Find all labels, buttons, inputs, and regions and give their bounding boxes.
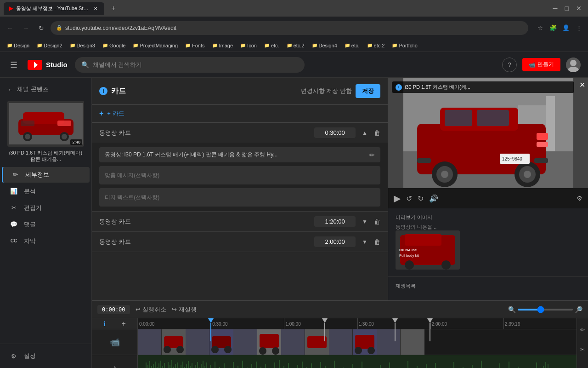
bookmark-design4[interactable]: 📁Design4 [309, 42, 340, 49]
window-maximize[interactable]: □ [562, 5, 571, 12]
bookmark-image[interactable]: 📁Image [209, 42, 237, 49]
close-preview-button[interactable]: ✕ [579, 80, 585, 89]
zoom-out-button[interactable]: 🔍 [508, 306, 516, 313]
card-1-expand-button[interactable]: ▲ [359, 129, 370, 137]
bookmark-etc1[interactable]: 📁etc. [261, 42, 283, 49]
bookmark-design3[interactable]: 📁Design3 [67, 42, 98, 49]
extensions-button[interactable]: 🧩 [548, 23, 559, 34]
svg-rect-11 [57, 121, 71, 126]
card-marker-3[interactable] [392, 318, 398, 341]
card-1-teaser-input[interactable] [99, 188, 380, 207]
bookmark-star-button[interactable]: ☆ [535, 23, 546, 34]
video-thumb-9 [329, 329, 353, 355]
zoom-in-button[interactable]: 🔎 [575, 306, 582, 313]
forward-button[interactable]: → [19, 22, 32, 34]
card-1-time-input[interactable] [314, 127, 356, 138]
volume-button[interactable]: 🔊 [429, 194, 438, 203]
thumbnail-section: 미리보기 이미지 동영상의 내용을... i30 N-Line Full bod… [388, 208, 588, 277]
svg-point-57 [368, 347, 375, 354]
bookmark-etc3[interactable]: 📁etc. [341, 42, 363, 49]
window-minimize[interactable]: ─ [550, 5, 560, 12]
card-2-time-input[interactable] [314, 216, 356, 227]
sidebar-toggle-button[interactable]: ☰ [7, 58, 20, 71]
sidebar-item-analytics[interactable]: 📊 분석 [2, 184, 90, 199]
discard-button[interactable]: 변경사항 저장 안함 [301, 87, 352, 95]
yt-studio-logo[interactable]: Studio [28, 60, 68, 70]
card-2-header[interactable]: 동영상 카드 ▼ 🗑 [92, 212, 388, 231]
card-3-expand-button[interactable]: ▼ [359, 238, 370, 246]
refresh-button[interactable]: ↻ [35, 22, 48, 34]
bookmark-design[interactable]: 📁Design [4, 42, 33, 49]
bookmark-icon[interactable]: 📁Icon [237, 42, 260, 49]
yt-studio-header: ☰ Studio 🔍 채널에서 검색하기 ? 📹 만들기 [0, 52, 588, 78]
right-tool-3[interactable]: ♪ [581, 366, 584, 368]
redo-button[interactable]: ↪ 재실행 [172, 305, 197, 314]
card-1-edit-button[interactable]: ✏ [369, 151, 375, 159]
thumbnail-preview-container: i30 N-Line Full body kit [396, 230, 460, 271]
bookmark-design2[interactable]: 📁Design2 [34, 42, 65, 49]
tab-close-button[interactable]: ✕ [92, 5, 99, 12]
sidebar-item-details[interactable]: ✏ 세부정보 [2, 167, 90, 183]
card-marker-2[interactable] [322, 318, 328, 341]
svg-text:i30 N-Line: i30 N-Line [399, 248, 417, 252]
content-area: 동영상 세부정보 ⋮ 설명 ? 미루고 미뒤... 작업 내역 - N라인 앞두… [92, 78, 588, 368]
add-card-track-button[interactable]: + [121, 320, 125, 328]
add-card-button[interactable]: + + 카드 [92, 105, 388, 123]
track-icons-panel: ℹ + 📹 ♪ [92, 318, 138, 368]
search-bar[interactable]: 🔍 채널에서 검색하기 [75, 57, 305, 73]
card-3-delete-button[interactable]: 🗑 [374, 238, 380, 246]
timeline-tracks-container: ℹ + 📹 ♪ [92, 318, 588, 368]
menu-button[interactable]: ⋮ [573, 23, 584, 34]
svg-point-56 [355, 347, 362, 354]
bookmark-portfolio[interactable]: 📁Portfolio [389, 42, 420, 49]
duration-badge: 2:40 [70, 139, 82, 145]
make-button[interactable]: 📹 만들기 [522, 58, 560, 71]
back-button[interactable]: ← [4, 22, 17, 34]
address-bar[interactable]: 🔒 studio.youtube.com/video/2zv1aEAqMVA/e… [51, 21, 528, 35]
audio-waveform [138, 355, 577, 368]
svg-point-1 [570, 60, 577, 66]
right-tool-2[interactable]: ✂ [580, 346, 585, 353]
card-1-header[interactable]: 동영상 카드 ▲ 🗑 [92, 123, 388, 143]
card-2-expand-button[interactable]: ▼ [359, 218, 370, 226]
pencil-icon: ✏ [11, 171, 20, 178]
card-panel-header: i 카드 변경사항 저장 안함 저장 [92, 78, 388, 105]
avatar-button[interactable] [566, 58, 581, 72]
card-marker-4[interactable] [427, 318, 433, 341]
save-button[interactable]: 저장 [356, 84, 380, 98]
right-tool-1[interactable]: ✏ [580, 327, 585, 333]
sidebar-item-settings[interactable]: ⚙ 설정 [2, 348, 90, 364]
window-close[interactable]: ✕ [573, 5, 584, 12]
video-overlay-text: i30 PD 1.6T 커스텀 배기(케... [405, 84, 470, 91]
card-3-time-input[interactable] [314, 236, 356, 247]
undo-button[interactable]: ↩ 실행취소 [136, 305, 166, 314]
sidebar-back-button[interactable]: ← 채널 콘텐츠 [0, 81, 91, 97]
bookmark-etc2[interactable]: 📁etc.2 [283, 42, 308, 49]
forward-button[interactable]: ↻ [418, 194, 424, 203]
zoom-slider[interactable] [518, 309, 573, 310]
bookmark-fonts[interactable]: 📁Fonts [182, 42, 208, 49]
yt-studio-label: Studio [46, 61, 68, 69]
card-1-delete-button[interactable]: 🗑 [374, 129, 380, 137]
sidebar-item-subtitles[interactable]: CC 자막 [2, 233, 90, 249]
card-2-delete-button[interactable]: 🗑 [374, 218, 380, 225]
sidebar-item-comments[interactable]: 💬 댓글 [2, 217, 90, 232]
sidebar-item-editor[interactable]: ✂ 편집기 [2, 200, 90, 216]
play-button[interactable]: ▶ [394, 193, 401, 204]
card-marker-1[interactable] [208, 318, 214, 341]
new-tab-button[interactable]: + [107, 2, 120, 15]
bookmark-google[interactable]: 📁Google [99, 42, 129, 49]
card-3-header[interactable]: 동영상 카드 ▼ 🗑 [92, 232, 388, 252]
bookmark-projectmanaging[interactable]: 📁ProjectManaging [130, 42, 181, 49]
profile-button[interactable]: 👤 [560, 23, 571, 34]
rewind-button[interactable]: ↺ [406, 194, 412, 203]
card-1-video-ref-text: 동영상: i30 PD 1.6T 커스텀 배기(케메락) 팝콘 배기음 & 짧은… [105, 151, 366, 159]
video-settings-button[interactable]: ⚙ [577, 195, 582, 202]
marker-arrow-1 [208, 318, 214, 323]
timeline-ruler: 0:00:00 0:30:00 1:00:00 1:30:00 [138, 318, 577, 329]
help-button[interactable]: ? [502, 58, 517, 72]
active-tab[interactable]: ▶ 동영상 세부정보 - YouTube Studio ✕ [4, 2, 104, 15]
sidebar-item-feedback[interactable]: ↩ 의견 보내기 [2, 365, 90, 368]
bookmark-etc4[interactable]: 📁etc.2 [364, 42, 388, 49]
card-1-custom-msg-input[interactable] [99, 166, 380, 184]
